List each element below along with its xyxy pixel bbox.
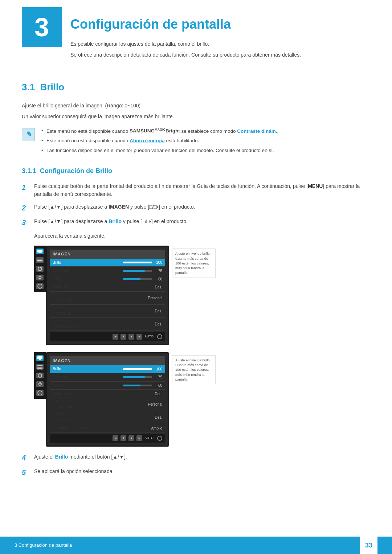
val-magicbright-1: Personal (148, 295, 162, 301)
svg-rect-3 (37, 260, 42, 261)
val-nitidez-2: 60 (154, 383, 162, 388)
bar-fill-contraste-2 (123, 376, 145, 378)
svg-rect-13 (37, 367, 42, 368)
step-num-2: 2 (22, 203, 30, 213)
section-31: 3.1 Brillo Ajuste el brillo general de l… (22, 80, 370, 157)
sidebar-icon-lines (36, 257, 44, 263)
bottom-auto-1: AUTO (144, 334, 154, 339)
intro-text-2: Se ofrece una descripción detallada de c… (70, 51, 370, 59)
svg-rect-1 (39, 253, 41, 253)
step-2: 2 Pulse [▲/▼] para desplazarse a IMAGEN … (22, 203, 370, 213)
bar-fill-brillo-2 (123, 368, 152, 370)
monitor-frame-2: i IMAGEN Brillo 100 (34, 352, 370, 447)
monitor-body-2: IMAGEN Brillo 100 (46, 352, 169, 447)
tooltip-2: Ajuste el nivel de brillo. Cuanto más ce… (172, 355, 216, 384)
svg-text:i: i (40, 391, 40, 395)
label-brillo-2: Brillo (53, 366, 61, 372)
step-num-3: 3 (22, 218, 30, 227)
menu-row-magicupscale-2: SAMSUNGMAGICUpscale Des. (50, 411, 165, 424)
bottom-power-1 (157, 334, 162, 339)
svg-rect-12 (37, 365, 42, 366)
note-3: Las funciones disponibles en el monitor … (40, 147, 370, 155)
step-5: 5 Se aplicará la opción seleccionada. (22, 468, 370, 477)
monitor-bottom-bar-2: ◄ ▼ ▲ ► AUTO (50, 434, 165, 443)
sidebar-icon-info-2: i (36, 390, 44, 396)
bar-val-brillo-2: 100 (123, 366, 162, 372)
step-num-5: 5 (22, 468, 30, 477)
btn-right-1: ► (136, 334, 142, 340)
val-contraste-1: 75 (154, 268, 162, 274)
label-contraste-1: Contraste (53, 268, 69, 274)
menu-row-contraste-2: Contraste 75 (50, 373, 165, 382)
step-text-5: Se aplicará la opción seleccionada. (34, 468, 370, 476)
page-title: Configuración de pantalla (70, 15, 370, 34)
bar-val-nitidez-1: 60 (123, 276, 162, 282)
label-magicbright-1: SAMSUNGMAGICBright (53, 293, 72, 303)
svg-rect-0 (37, 250, 42, 253)
section-31-heading: 3.1 Brillo (22, 80, 370, 94)
note-icon: ✎ (22, 128, 35, 141)
btn-up-2: ▲ (128, 435, 134, 441)
steps-list: 1 Pulse cualquier botón de la parte fron… (22, 182, 370, 227)
sidebar-icon-rotate (36, 266, 44, 272)
step-num-1: 1 (22, 182, 30, 192)
svg-rect-4 (37, 262, 42, 262)
monitor-screenshots: i IMAGEN Brillo 100 (34, 246, 370, 447)
svg-point-5 (38, 267, 42, 271)
btn-left-1: ◄ (113, 334, 118, 340)
menu-header-2: IMAGEN (50, 356, 165, 365)
step-3-subtext: Aparecerá la ventana siguiente. (34, 232, 370, 240)
step-text-3: Pulse [▲/▼] para desplazarse a Brillo y … (34, 218, 370, 226)
footer-page-number: 33 (360, 537, 377, 554)
sidebar-icon-monitor (36, 249, 44, 254)
label-brillo-1: Brillo (53, 260, 61, 266)
bar-fill-brillo-1 (123, 262, 152, 263)
monitor-bottom-bar-1: ◄ ▼ ▲ ► AUTO (50, 332, 165, 341)
val-contraste-2: 75 (154, 374, 162, 380)
step-text-2: Pulse [▲/▼] para desplazarse a IMAGEN y … (34, 203, 370, 211)
note-2: Este menú no está disponible cuando Ahor… (40, 137, 370, 145)
bar-val-contraste-2: 75 (123, 374, 162, 380)
sidebar-icons-1: i (34, 246, 46, 292)
steps-list-bottom: 4 Ajuste el Brillo mediante el botón [▲/… (22, 453, 370, 477)
section-31-desc2: Un valor superior conseguirá que la imag… (22, 112, 370, 120)
bar-track-contraste-1 (123, 270, 152, 272)
svg-point-6 (39, 276, 41, 279)
svg-rect-14 (37, 368, 42, 369)
menu-row-magicupscale-1: SAMSUNGMAGICUpscale ▼ Des. (50, 318, 165, 331)
val-magicbright-2: Personal (148, 402, 162, 407)
menu-row-modojuego-1: Modo Juego Des. (50, 283, 165, 292)
bar-track-brillo-1 (123, 262, 152, 263)
bar-track-contraste-2 (123, 376, 152, 378)
bar-val-contraste-1: 75 (123, 268, 162, 274)
label-magicupscale-1: SAMSUNGMAGICUpscale ▼ (53, 319, 79, 329)
step-1: 1 Pulse cualquier botón de la parte fron… (22, 182, 370, 198)
step-3: 3 Pulse [▲/▼] para desplazarse a Brillo … (22, 218, 370, 227)
bar-fill-contraste-1 (123, 270, 145, 272)
val-magicupscale-1: Des. (155, 321, 162, 327)
sidebar-icon-monitor-2 (36, 355, 44, 361)
sidebar-icon-gear (36, 275, 44, 280)
menu-row-tamano-2: Tamaño de imagen ▼ Amplio (50, 424, 165, 432)
menu-row-modojuego-2: Modo Juego Des. (50, 390, 165, 398)
svg-point-16 (39, 383, 41, 385)
svg-point-15 (38, 374, 42, 377)
label-magicbright-2: SAMSUNGMAGICBright (53, 399, 72, 410)
bar-track-nitidez-1 (123, 278, 152, 280)
menu-row-magicangle-1: SAMSUNGMAGICAngle Des. (50, 305, 165, 318)
bar-track-brillo-2 (123, 368, 152, 370)
sidebar-icon-info: i (36, 283, 44, 289)
val-brillo-1: 100 (154, 260, 162, 265)
bottom-steps: 4 Ajuste el Brillo mediante el botón [▲/… (22, 453, 370, 477)
step-4: 4 Ajuste el Brillo mediante el botón [▲/… (22, 453, 370, 463)
menu-header-1: IMAGEN (50, 250, 165, 259)
sidebar-icon-lines-2 (36, 364, 44, 370)
tooltip-1: Ajuste el nivel de brillo. Cuanto más ce… (172, 249, 216, 278)
step-text-4: Ajuste el Brillo mediante el botón [▲/▼]… (34, 453, 370, 461)
menu-row-brillo-2: Brillo 100 (50, 365, 165, 373)
val-modojuego-1: Des. (155, 284, 162, 290)
menu-row-nitidez-1: Nitidez 60 (50, 275, 165, 283)
btn-right-2: ► (136, 435, 142, 441)
bottom-auto-2: AUTO (144, 436, 154, 441)
header-text-block: Configuración de pantalla Es posible con… (70, 11, 370, 62)
